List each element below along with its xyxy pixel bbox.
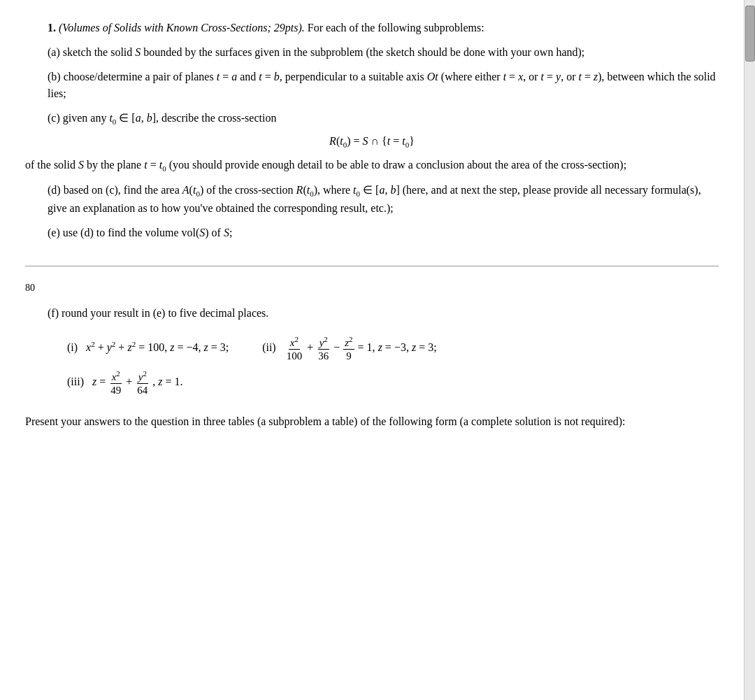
scrollbar[interactable]: [744, 0, 755, 700]
subproblem-i: (i) x2 + y2 + z2 = 100, z = −4, z = 3;: [67, 338, 229, 357]
fraction-x2-100: x2 100: [285, 335, 304, 362]
bottom-section: 80 (f) round your result in (e) to five …: [25, 266, 719, 431]
fraction-y2-36: y2 36: [317, 335, 330, 362]
sub-ii-label: (ii): [262, 341, 282, 353]
present-text: Present your answers to the question in …: [25, 413, 719, 431]
part-a: (a) sketch the solid S bounded by the su…: [25, 44, 719, 62]
subproblem-iii: (iii) z = x2 49 + y2 64 , z = 1.: [67, 369, 719, 397]
problem-title-volumes: Volumes of Solids with Known Cross-Secti…: [62, 22, 267, 34]
problem-intro: 1. (Volumes of Solids with Known Cross-S…: [25, 20, 719, 37]
math-display-R: R(t0) = S ∩ {t = t0}: [25, 135, 719, 149]
part-b: (b) choose/determine a pair of planes t …: [25, 69, 719, 103]
fraction-y2-64: y2 64: [136, 369, 149, 397]
fraction-z2-9: z2 9: [343, 335, 354, 362]
part-e: (e) use (d) to find the volume vol(S) of…: [25, 224, 719, 242]
part-d: (d) based on (c), find the area A(t0) of…: [25, 182, 719, 217]
subproblems-row: (i) x2 + y2 + z2 = 100, z = −4, z = 3; (…: [25, 335, 719, 362]
part-c-cont: of the solid S by the plane t = t0 (you …: [25, 157, 719, 175]
scrollbar-thumb[interactable]: [745, 6, 755, 62]
part-f: (f) round your result in (e) to five dec…: [25, 305, 719, 322]
page-container: 1. (Volumes of Solids with Known Cross-S…: [0, 0, 755, 700]
top-section: 1. (Volumes of Solids with Known Cross-S…: [25, 20, 719, 266]
subproblem-ii: (ii) x2 100 + y2 36 − z2 9 = 1: [262, 335, 436, 362]
fraction-x2-49: x2 49: [109, 369, 122, 397]
part-c-intro: (c) given any t0 ∈ [a, b], describe the …: [25, 110, 719, 128]
page-number: 80: [25, 280, 719, 296]
problem-intro-text: For each of the following subproblems:: [308, 22, 484, 34]
problem-number: 1.: [48, 22, 56, 34]
based-on-text: based on: [64, 184, 103, 196]
sub-iii-label: (iii): [67, 376, 89, 387]
content-area: 1. (Volumes of Solids with Known Cross-S…: [0, 0, 744, 700]
sub-i-label: (i): [67, 341, 83, 353]
